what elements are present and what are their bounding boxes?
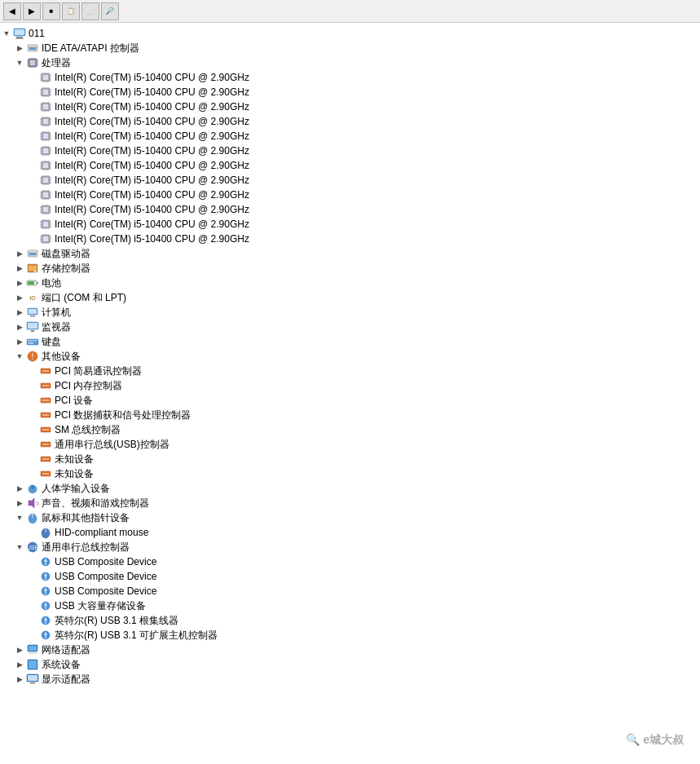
expand-button[interactable]: ▼ — [13, 511, 26, 524]
tree-item-battery[interactable]: ▶电池 — [0, 276, 700, 290]
mouse-icon — [26, 511, 39, 524]
item-label: Intel(R) Core(TM) i5-10400 CPU @ 2.90GHz — [55, 232, 249, 246]
tree-item-sys-devices[interactable]: ▶系统设备 — [0, 657, 700, 672]
tree-item-cpu7[interactable]: Intel(R) Core(TM) i5-10400 CPU @ 2.90GHz — [0, 158, 700, 173]
tree-item-monitor[interactable]: ▶监视器 — [0, 320, 700, 334]
forward-button[interactable]: ▶ — [23, 2, 41, 20]
svg-rect-88 — [43, 207, 48, 212]
expand-button[interactable]: ▶ — [13, 306, 26, 319]
tree-item-pci-dev[interactable]: PCI 设备 — [0, 393, 700, 408]
tree-item-mouse-group[interactable]: ▼鼠标和其他指针设备 — [0, 510, 700, 525]
tree-item-intel-usb31[interactable]: 英特尔(R) USB 3.1 根集线器 — [0, 613, 700, 628]
expand-button[interactable]: ▶ — [13, 497, 26, 510]
expand-button[interactable]: ▼ — [13, 350, 26, 363]
tree-item-other-devices[interactable]: ▼!其他设备 — [0, 349, 700, 364]
item-label: USB 大容量存储设备 — [55, 598, 146, 613]
cpu-icon — [39, 71, 52, 84]
tree-item-cpu8[interactable]: Intel(R) Core(TM) i5-10400 CPU @ 2.90GHz — [0, 173, 700, 188]
tree-item-cpu3[interactable]: Intel(R) Core(TM) i5-10400 CPU @ 2.90GHz — [0, 99, 700, 114]
expand-button[interactable]: ▶ — [13, 673, 26, 686]
tree-item-cpu1[interactable]: Intel(R) Core(TM) i5-10400 CPU @ 2.90GHz — [0, 70, 700, 85]
button6[interactable]: 🔎 — [101, 2, 119, 20]
item-label: 通用串行总线(USB)控制器 — [55, 437, 169, 452]
tree-item-intel-usb31-ext[interactable]: 英特尔(R) USB 3.1 可扩展主机控制器 — [0, 628, 700, 643]
tree-item-display[interactable]: ▶显示适配器 — [0, 672, 700, 687]
button4[interactable]: 📋 — [62, 2, 80, 20]
tree-item-computer[interactable]: ▶计算机 — [0, 305, 700, 320]
button3[interactable]: ■ — [42, 2, 60, 20]
expand-button[interactable]: ▶ — [13, 320, 26, 333]
expand-button[interactable]: ▼ — [0, 27, 13, 40]
tree-item-usb-comp3[interactable]: USB Composite Device — [0, 584, 700, 598]
item-label: 处理器 — [42, 55, 71, 70]
tree-item-hid-mouse[interactable]: HID-compliant mouse — [0, 525, 700, 540]
pci-icon — [39, 408, 52, 422]
expand-button[interactable]: ▶ — [13, 291, 26, 304]
tree-item-unknown1[interactable]: 未知设备 — [0, 452, 700, 466]
tree-item-unknown2[interactable]: 未知设备 — [0, 466, 700, 481]
expand-button[interactable]: ▶ — [13, 482, 26, 495]
expand-button[interactable]: ▶ — [13, 42, 26, 55]
sys-icon — [26, 658, 39, 671]
tree-item-usb-storage[interactable]: USB 大容量存储设备 — [0, 598, 700, 613]
expand-button[interactable]: ▶ — [13, 276, 26, 289]
tree-item-keyboard[interactable]: ▶键盘 — [0, 334, 700, 349]
tree-item-usb-comp1[interactable]: USB Composite Device — [0, 554, 700, 569]
tree-item-pci-mem[interactable]: PCI 内存控制器 — [0, 378, 700, 393]
expand-button[interactable]: ▶ — [13, 247, 26, 260]
tree-item-cpu6[interactable]: Intel(R) Core(TM) i5-10400 CPU @ 2.90GHz — [0, 144, 700, 158]
svg-point-116 — [34, 271, 37, 273]
svg-rect-126 — [28, 323, 37, 329]
svg-text:!: ! — [32, 352, 34, 361]
expand-button[interactable]: ▼ — [13, 541, 26, 554]
tree-item-hid-input[interactable]: ▶人体学输入设备 — [0, 481, 700, 496]
svg-rect-32 — [43, 104, 48, 109]
expand-button[interactable]: ▶ — [13, 262, 26, 275]
tree-item-pci-data[interactable]: PCI 数据捕获和信号处理控制器 — [0, 408, 700, 422]
tree-item-cpu4[interactable]: Intel(R) Core(TM) i5-10400 CPU @ 2.90GHz — [0, 114, 700, 129]
tree-item-cpu-group[interactable]: ▼处理器 — [0, 55, 700, 70]
svg-rect-113 — [28, 250, 37, 253]
tree-item-usb-serial[interactable]: 通用串行总线(USB)控制器 — [0, 437, 700, 452]
svg-rect-139 — [42, 385, 49, 386]
cpu-icon — [39, 144, 52, 157]
tree-item-cpu10[interactable]: Intel(R) Core(TM) i5-10400 CPU @ 2.90GHz — [0, 202, 700, 217]
svg-rect-127 — [31, 330, 34, 332]
tree-item-root[interactable]: ▼011 — [0, 26, 700, 41]
tree-item-sound[interactable]: ▶))声音、视频和游戏控制器 — [0, 496, 700, 510]
svg-rect-141 — [42, 400, 49, 401]
svg-rect-124 — [30, 316, 35, 317]
item-label: 键盘 — [42, 334, 61, 349]
back-button[interactable]: ◀ — [3, 2, 21, 20]
expand-button[interactable]: ▶ — [13, 335, 26, 348]
tree-item-sm-bus[interactable]: SM 总线控制器 — [0, 422, 700, 437]
svg-text:IO: IO — [29, 295, 36, 301]
tree-item-cpu9[interactable]: Intel(R) Core(TM) i5-10400 CPU @ 2.90GHz — [0, 188, 700, 202]
tree-item-usb-ctrl[interactable]: ▼USB通用串行总线控制器 — [0, 540, 700, 554]
item-label: Intel(R) Core(TM) i5-10400 CPU @ 2.90GHz — [55, 144, 249, 158]
tree-item-cpu5[interactable]: Intel(R) Core(TM) i5-10400 CPU @ 2.90GHz — [0, 129, 700, 144]
expand-button[interactable]: ▼ — [13, 56, 26, 69]
tree-item-disk-drives[interactable]: ▶磁盘驱动器 — [0, 246, 700, 261]
tree-item-storage-ctrl[interactable]: ▶存储控制器 — [0, 261, 700, 276]
tree-item-usb-comp2[interactable]: USB Composite Device — [0, 569, 700, 584]
usb-device-icon — [39, 599, 52, 612]
tree-item-cpu11[interactable]: Intel(R) Core(TM) i5-10400 CPU @ 2.90GHz — [0, 217, 700, 232]
item-label: 011 — [29, 26, 45, 41]
tree-item-ports[interactable]: ▶IO端口 (COM 和 LPT) — [0, 290, 700, 305]
cpu-icon — [39, 130, 52, 143]
pci-icon — [39, 364, 52, 378]
expand-button[interactable]: ▶ — [13, 658, 26, 671]
item-label: Intel(R) Core(TM) i5-10400 CPU @ 2.90GHz — [55, 202, 249, 217]
button5[interactable]: ⬜ — [81, 2, 99, 20]
computer-icon — [13, 27, 26, 40]
tree-item-cpu12[interactable]: Intel(R) Core(TM) i5-10400 CPU @ 2.90GHz — [0, 232, 700, 246]
item-label: PCI 数据捕获和信号处理控制器 — [55, 408, 191, 422]
tree-item-network[interactable]: ▶网络适配器 — [0, 643, 700, 657]
tree-item-pci-comm[interactable]: PCI 简易通讯控制器 — [0, 364, 700, 378]
svg-rect-151 — [42, 473, 49, 475]
tree-item-ide[interactable]: ▶IDE ATA/ATAPI 控制器 — [0, 41, 700, 55]
expand-button[interactable]: ▶ — [13, 643, 26, 656]
pci-icon — [39, 394, 52, 407]
tree-item-cpu2[interactable]: Intel(R) Core(TM) i5-10400 CPU @ 2.90GHz — [0, 85, 700, 99]
